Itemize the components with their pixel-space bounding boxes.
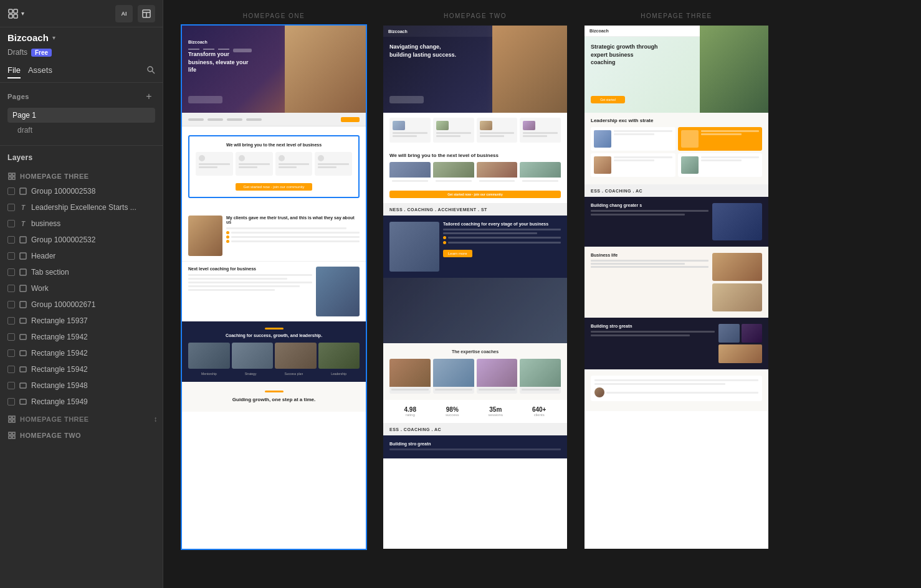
hp2-stat-4: 640+ clients xyxy=(532,406,546,417)
layer-work[interactable]: Work xyxy=(0,280,163,296)
layer-header[interactable]: Header xyxy=(0,248,163,264)
layer-name: Group 1000002538 xyxy=(31,187,158,196)
layer-tab-section[interactable]: Tab section xyxy=(0,264,163,280)
hp3-business-life: Business life xyxy=(585,247,768,318)
svg-rect-14 xyxy=(20,237,26,243)
layer-group-1000002538[interactable]: Group 1000002538 xyxy=(0,183,163,199)
page-item-1[interactable]: Page 1 xyxy=(7,108,155,123)
hp3-dark-img xyxy=(712,203,762,240)
hp2-marquee2-text: ESS . COACHING . AC xyxy=(389,427,441,432)
hp1-strip-nav xyxy=(182,113,366,126)
homepage-two-preview[interactable]: HOMEPAGE TWO Bizcoach Navigating change,… xyxy=(383,12,567,549)
tab-assets[interactable]: Assets xyxy=(28,65,52,78)
hp1-label: HOMEPAGE ONE xyxy=(243,12,305,19)
svg-rect-16 xyxy=(20,269,26,275)
hp3-test-card xyxy=(591,376,762,401)
hp3-dark-section: Building chang greater s xyxy=(585,197,768,247)
hp1-service-cards xyxy=(196,152,352,176)
homepage-one-preview[interactable]: HOMEPAGE ONE Bizcoach Transform your xyxy=(182,12,366,549)
hp3-cta: Get started xyxy=(591,96,625,103)
hp3-d2-title: Building stro greatn xyxy=(591,324,715,328)
svg-rect-31 xyxy=(9,436,11,439)
page-item-draft[interactable]: draft xyxy=(7,123,155,138)
hp3-bl-title: Business life xyxy=(591,253,709,257)
layer-section-homepage-three-2[interactable]: HOMEPAGE THREE ↕ xyxy=(0,410,163,426)
svg-rect-0 xyxy=(9,9,12,13)
pages-label: Pages xyxy=(7,93,29,100)
layer-rect-15942-2[interactable]: Rectangle 15942 xyxy=(0,345,163,361)
pages-section: Pages + Page 1 draft xyxy=(0,83,163,146)
hp2-label: HOMEPAGE TWO xyxy=(444,12,507,19)
svg-rect-26 xyxy=(12,416,15,419)
hp2-s2: We will bring you to the next level of b… xyxy=(383,148,567,203)
search-button[interactable] xyxy=(146,65,155,78)
hp2-frame[interactable]: Bizcoach Navigating change, building las… xyxy=(383,26,567,549)
hp2-hero: Bizcoach Navigating change, building las… xyxy=(383,26,567,113)
hp2-coaching-text: Tailored coaching for every stage of you… xyxy=(443,222,561,272)
hp2-coaching-title: Tailored coaching for every stage of you… xyxy=(443,222,561,226)
brand-chevron-icon[interactable]: ▾ xyxy=(52,34,55,41)
layout-button[interactable] xyxy=(138,5,155,22)
layer-checkbox xyxy=(7,349,15,357)
svg-point-7 xyxy=(148,67,153,72)
layer-section-homepage-two[interactable]: HOMEPAGE TWO xyxy=(0,426,163,442)
layer-group-1000002671[interactable]: Group 1000002671 xyxy=(0,296,163,313)
hp3-marquee-text: ESS . COACHING . AC xyxy=(591,189,642,193)
layer-rect-15942-1[interactable]: Rectangle 15942 xyxy=(0,329,163,345)
hp2-s2-cards xyxy=(389,162,561,187)
layer-group-1000002532[interactable]: Group 1000002532 xyxy=(0,232,163,248)
layer-checkbox xyxy=(7,398,15,405)
layer-rect-15948[interactable]: Rectangle 15948 xyxy=(0,377,163,394)
hp2-bottom-dark: Building stro greatn xyxy=(383,435,567,458)
section-name: HOMEPAGE TWO xyxy=(20,432,81,439)
hp2-marquee: NESS . COACHING . ACCHIEVEMENT . ST xyxy=(383,203,567,216)
hp1-dark-footer: Coaching for success, growth, and leader… xyxy=(182,321,366,382)
layer-name: Work xyxy=(31,284,158,293)
layer-rect-15949[interactable]: Rectangle 15949 xyxy=(0,394,163,410)
hp1-frame[interactable]: Bizcoach Transform your business, elevat… xyxy=(182,26,366,549)
hp2-coaching-card: Tailored coaching for every stage of you… xyxy=(389,222,561,272)
hp3-hero-img xyxy=(700,26,768,113)
layer-checkbox xyxy=(7,333,15,341)
hp1-bottom-title: Guiding growth, one step at a time. xyxy=(188,396,360,403)
layers-section: Layers HOMEPAGE THREE Group 1000002538 T… xyxy=(0,146,163,588)
hp2-coaches-row xyxy=(389,359,561,394)
layer-leadership-text[interactable]: T Leadership Excellence Starts ... xyxy=(0,199,163,216)
svg-rect-2 xyxy=(9,14,12,18)
group-icon xyxy=(19,268,27,277)
layer-name: Group 1000002671 xyxy=(31,300,158,309)
hp1-footer-title: Coaching for success, growth, and leader… xyxy=(188,333,360,338)
hp2-marquee-text: NESS . COACHING . ACCHIEVEMENT . ST xyxy=(389,207,487,212)
hp2-marquee2: ESS . COACHING . AC xyxy=(383,423,567,435)
sidebar-top-bar: ▾ AI xyxy=(0,0,163,27)
group-icon xyxy=(19,284,27,293)
layer-checkbox xyxy=(7,301,15,308)
layer-name: Rectangle 15942 xyxy=(31,333,158,341)
hp3-frame[interactable]: Bizcoach Strategic growth through expert… xyxy=(585,26,768,549)
hp1-coaching: Next level coaching for business xyxy=(182,261,366,321)
tab-file[interactable]: File xyxy=(7,65,21,78)
pages-header: Pages + xyxy=(7,90,155,103)
add-page-button[interactable]: + xyxy=(143,90,155,103)
layer-section-homepage-three-1[interactable]: HOMEPAGE THREE xyxy=(0,167,163,183)
layer-name: Rectangle 15948 xyxy=(31,381,158,390)
hp2-info-row xyxy=(383,113,567,148)
hp3-cards-grid xyxy=(591,127,762,177)
ai-button[interactable]: AI xyxy=(115,5,133,22)
hp2-s2-title: We will bring you to the next level of b… xyxy=(389,153,561,158)
layer-rect-15937[interactable]: Rectangle 15937 xyxy=(0,313,163,329)
svg-rect-3 xyxy=(14,14,17,18)
hp2-stat-3: 35m sessions xyxy=(489,406,503,417)
svg-rect-18 xyxy=(20,301,26,308)
hp1-coach-title: Next level coaching for business xyxy=(188,267,312,271)
homepage-three-preview[interactable]: HOMEPAGE THREE Bizcoach Strategic growth… xyxy=(585,12,768,549)
hp3-testimonials xyxy=(585,369,768,411)
hp2-stats-row: 4.98 rating 98% success 35m sessions 640… xyxy=(383,400,567,423)
hp1-hero: Bizcoach Transform your business, elevat… xyxy=(182,26,366,113)
layer-rect-15942-3[interactable]: Rectangle 15942 xyxy=(0,361,163,377)
svg-rect-21 xyxy=(20,351,26,356)
layer-checkbox xyxy=(7,252,15,260)
hp2-stat-2: 98% success xyxy=(446,406,459,417)
hp1-test-img-col xyxy=(188,216,222,256)
layer-business-text[interactable]: T business xyxy=(0,216,163,232)
